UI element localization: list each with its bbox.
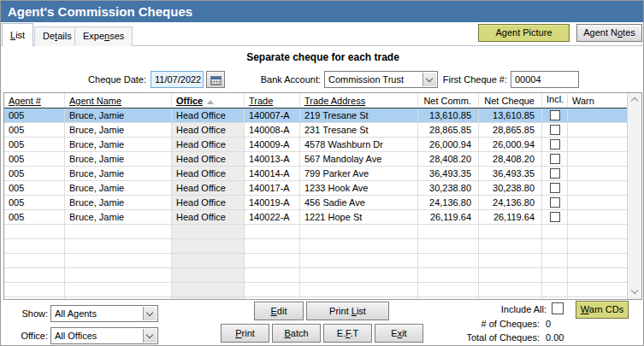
cell-net_comm — [418, 225, 479, 238]
office-dropdown-button[interactable] — [143, 329, 157, 343]
cell-address: 4578 Washburn Dr — [300, 138, 418, 151]
cell-net_comm — [418, 297, 479, 299]
scroll-up-button[interactable] — [628, 93, 641, 107]
cell-incl — [542, 254, 568, 267]
cell-warn — [568, 181, 627, 195]
column-header-office[interactable]: Office — [172, 93, 245, 108]
cell-incl — [542, 167, 568, 180]
scroll-down-button[interactable] — [628, 285, 641, 299]
cell-trade — [245, 268, 300, 282]
incl-checkbox[interactable] — [550, 125, 560, 135]
cell-warn — [568, 268, 627, 282]
exit-button[interactable]: Exit — [375, 324, 423, 343]
agent-notes-button[interactable]: Agent Notes — [576, 24, 642, 42]
cell-net_cheque — [479, 225, 542, 238]
cell-warn — [568, 254, 627, 267]
agent-picture-button[interactable]: Agent Picture — [478, 24, 570, 42]
cell-net_comm — [418, 254, 479, 267]
column-header-net_comm: Net Comm. — [418, 93, 479, 108]
cell-net_comm: 28,865.85 — [418, 123, 479, 137]
calendar-button[interactable] — [206, 71, 225, 88]
cell-net_comm: 13,610.85 — [418, 108, 479, 122]
cell-warn — [568, 138, 627, 151]
cell-trade — [245, 283, 300, 296]
incl-checkbox[interactable] — [550, 197, 560, 208]
empty-table-row — [4, 254, 627, 268]
cell-incl — [542, 268, 568, 282]
cell-office: Head Office — [172, 196, 245, 209]
print-button[interactable]: Print — [221, 324, 269, 343]
cell-agent — [4, 283, 65, 296]
column-header-agent[interactable]: Agent # — [4, 93, 65, 108]
cell-trade: 140007-A — [245, 108, 300, 122]
cell-trade: 140019-A — [245, 196, 300, 209]
incl-checkbox[interactable] — [550, 183, 560, 193]
cell-warn — [568, 123, 627, 137]
vertical-scrollbar[interactable] — [627, 93, 641, 299]
chevron-down-icon — [146, 309, 153, 316]
show-dropdown-button[interactable] — [143, 307, 157, 320]
office-select[interactable]: All Offices — [50, 327, 158, 344]
bank-account-select[interactable]: Commission Trust — [324, 71, 438, 88]
table-row[interactable]: 005Bruce, JamieHead Office140019-A456 Sa… — [4, 196, 627, 210]
bank-account-value: Commission Trust — [328, 74, 404, 85]
column-header-trade[interactable]: Trade — [245, 93, 300, 108]
cell-agent — [4, 297, 65, 299]
tab-expenses[interactable]: Expenses — [74, 26, 133, 46]
table-row[interactable]: 005Bruce, JamieHead Office140008-A231 Tr… — [4, 123, 627, 138]
incl-checkbox[interactable] — [550, 168, 560, 179]
cell-name: Bruce, Jamie — [65, 108, 172, 122]
incl-checkbox[interactable] — [550, 212, 560, 222]
incl-checkbox[interactable] — [550, 110, 560, 120]
cell-warn — [568, 210, 627, 224]
cell-office — [172, 268, 245, 282]
column-header-address[interactable]: Trade Address — [300, 93, 418, 108]
cell-net_cheque: 30,238.80 — [479, 181, 542, 195]
edit-button[interactable]: Edit — [254, 302, 304, 320]
table-row[interactable]: 005Bruce, JamieHead Office140007-A219 Tr… — [4, 108, 627, 123]
tab-list[interactable]: List — [2, 23, 33, 46]
cheques-table: Agent #Agent NameOfficeTradeTrade Addres… — [3, 92, 642, 300]
show-select[interactable]: All Agents — [50, 305, 158, 322]
incl-checkbox[interactable] — [550, 154, 560, 164]
cell-office — [172, 239, 245, 253]
cell-name — [65, 283, 172, 296]
cell-agent: 005 — [4, 108, 65, 122]
cheque-date-input[interactable]: 11/07/2022 — [151, 71, 204, 88]
print-list-button[interactable]: Print List — [306, 302, 389, 320]
first-cheque-input[interactable]: 00004 — [511, 71, 579, 88]
bank-account-dropdown-button[interactable] — [422, 73, 436, 86]
cell-net_comm: 26,000.94 — [418, 138, 479, 151]
cell-incl — [542, 196, 568, 209]
cell-name — [65, 297, 172, 299]
batch-button[interactable]: Batch — [272, 324, 321, 343]
table-row[interactable]: 005Bruce, JamieHead Office140009-A4578 W… — [4, 138, 627, 152]
office-value: All Offices — [55, 331, 97, 341]
scroll-up-icon — [631, 97, 638, 104]
scroll-down-icon — [631, 287, 638, 294]
table-row[interactable]: 005Bruce, JamieHead Office140013-A567 Ma… — [4, 152, 627, 167]
warn-cds-button[interactable]: Warn CDs — [576, 301, 629, 319]
cell-name — [65, 239, 172, 253]
num-cheques-label: # of Cheques: — [463, 319, 540, 329]
cell-net_cheque: 36,493.35 — [479, 167, 542, 180]
cell-agent: 005 — [4, 210, 65, 224]
column-header-name[interactable]: Agent Name — [65, 93, 172, 108]
cell-warn — [568, 167, 627, 180]
cell-warn — [568, 225, 627, 238]
cell-address — [300, 297, 418, 299]
cell-office: Head Office — [172, 167, 245, 180]
table-row[interactable]: 005Bruce, JamieHead Office140017-A1233 H… — [4, 181, 627, 196]
table-row[interactable]: 005Bruce, JamieHead Office140022-A1221 H… — [4, 210, 627, 225]
cell-trade: 140009-A — [245, 138, 300, 151]
cell-trade — [245, 225, 300, 238]
incl-checkbox[interactable] — [550, 139, 560, 150]
cell-agent — [4, 225, 65, 238]
cell-warn — [568, 239, 627, 253]
cell-incl — [542, 283, 568, 296]
eft-button[interactable]: E.F.T — [323, 324, 372, 343]
include-all-checkbox[interactable] — [552, 302, 564, 314]
table-row[interactable]: 005Bruce, JamieHead Office140014-A799 Pa… — [4, 167, 627, 181]
tab-details[interactable]: Details — [34, 26, 80, 46]
cell-name — [65, 225, 172, 238]
